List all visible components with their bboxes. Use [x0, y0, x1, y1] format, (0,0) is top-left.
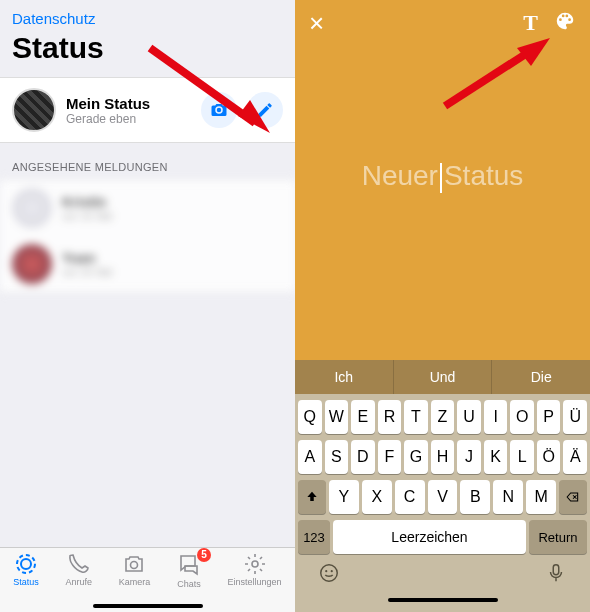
pencil-icon [256, 101, 274, 119]
key-c[interactable]: C [395, 480, 425, 514]
suggestion[interactable]: Ich [295, 360, 394, 394]
svg-point-1 [21, 559, 31, 569]
tab-bar: Status Anrufe Kamera 5 Chats Einstellung… [0, 547, 295, 612]
home-indicator[interactable] [93, 604, 203, 608]
suggestion[interactable]: Und [394, 360, 493, 394]
annotation-arrow [435, 36, 565, 116]
numbers-key[interactable]: 123 [298, 520, 330, 554]
tab-calls[interactable]: Anrufe [66, 552, 93, 587]
pencil-status-button[interactable] [247, 92, 283, 128]
suggestion-bar: Ich Und Die [295, 360, 590, 394]
tab-camera[interactable]: Kamera [119, 552, 151, 587]
gear-icon [243, 552, 267, 576]
camera-status-button[interactable] [201, 92, 237, 128]
key-b[interactable]: B [460, 480, 490, 514]
my-status-row[interactable]: Mein Status Gerade eben [0, 77, 295, 143]
svg-point-8 [321, 565, 338, 582]
svg-rect-11 [553, 565, 559, 575]
contact-avatar [12, 244, 52, 284]
key-u[interactable]: U [457, 400, 481, 434]
key-f[interactable]: F [378, 440, 402, 474]
my-status-subtitle: Gerade eben [66, 112, 150, 126]
backspace-key[interactable] [559, 480, 587, 514]
key-h[interactable]: H [431, 440, 455, 474]
svg-point-2 [131, 562, 138, 569]
palette-icon [554, 10, 576, 32]
camera-icon [210, 101, 228, 119]
key-o[interactable]: O [510, 400, 534, 434]
keyboard: Ich Und Die QWERTZUIOPÜ ASDFGHJKLÖÄ YXCV… [295, 360, 590, 612]
my-status-title: Mein Status [66, 95, 150, 112]
key-j[interactable]: J [457, 440, 481, 474]
avatar [12, 88, 56, 132]
key-ü[interactable]: Ü [563, 400, 587, 434]
shift-key[interactable] [298, 480, 326, 514]
key-ä[interactable]: Ä [563, 440, 587, 474]
emoji-key[interactable] [318, 562, 340, 588]
svg-point-10 [331, 570, 333, 572]
svg-point-9 [325, 570, 327, 572]
key-k[interactable]: K [484, 440, 508, 474]
contact-avatar [12, 188, 52, 228]
key-p[interactable]: P [537, 400, 561, 434]
status-screen: Datenschutz Status Mein Status Gerade eb… [0, 0, 295, 612]
list-item[interactable]: Yuanvor 23 Std [0, 236, 295, 292]
text-status-screen: × T NeuerStatus Ich Und Die QWERTZUIOPÜ … [295, 0, 590, 612]
key-t[interactable]: T [404, 400, 428, 434]
suggestion[interactable]: Die [492, 360, 590, 394]
svg-point-3 [252, 561, 258, 567]
key-i[interactable]: I [484, 400, 508, 434]
status-icon [14, 552, 38, 576]
section-viewed: ANGESEHENE MELDUNGEN [0, 143, 295, 179]
privacy-link[interactable]: Datenschutz [0, 0, 295, 27]
shift-icon [305, 490, 319, 504]
emoji-icon [318, 562, 340, 584]
color-palette-button[interactable] [554, 10, 576, 36]
tab-chats[interactable]: 5 Chats [177, 552, 201, 589]
key-s[interactable]: S [325, 440, 349, 474]
key-x[interactable]: X [362, 480, 392, 514]
key-l[interactable]: L [510, 440, 534, 474]
key-a[interactable]: A [298, 440, 322, 474]
key-n[interactable]: N [493, 480, 523, 514]
backspace-icon [565, 490, 581, 504]
key-m[interactable]: M [526, 480, 556, 514]
page-title: Status [0, 27, 295, 77]
dictation-key[interactable] [545, 562, 567, 588]
camera-tab-icon [122, 552, 146, 576]
status-text-input[interactable]: NeuerStatus [295, 160, 590, 193]
key-w[interactable]: W [325, 400, 349, 434]
tab-settings[interactable]: Einstellungen [228, 552, 282, 587]
list-item[interactable]: Kristinvor 15 Std [0, 180, 295, 236]
svg-point-0 [17, 555, 35, 573]
chats-badge: 5 [197, 548, 211, 562]
my-status-text: Mein Status Gerade eben [66, 95, 150, 126]
key-y[interactable]: Y [329, 480, 359, 514]
key-d[interactable]: D [351, 440, 375, 474]
close-button[interactable]: × [309, 10, 324, 36]
svg-line-6 [445, 48, 535, 106]
key-e[interactable]: E [351, 400, 375, 434]
key-g[interactable]: G [404, 440, 428, 474]
phone-icon [67, 552, 91, 576]
key-v[interactable]: V [428, 480, 458, 514]
space-key[interactable]: Leerzeichen [333, 520, 526, 554]
font-button[interactable]: T [523, 10, 538, 36]
return-key[interactable]: Return [529, 520, 587, 554]
mic-icon [545, 562, 567, 584]
tab-status[interactable]: Status [13, 552, 39, 587]
home-indicator[interactable] [388, 598, 498, 602]
text-cursor [440, 163, 442, 193]
key-z[interactable]: Z [431, 400, 455, 434]
viewed-list: Kristinvor 15 Std Yuanvor 23 Std [0, 179, 295, 293]
key-q[interactable]: Q [298, 400, 322, 434]
key-r[interactable]: R [378, 400, 402, 434]
key-ö[interactable]: Ö [537, 440, 561, 474]
